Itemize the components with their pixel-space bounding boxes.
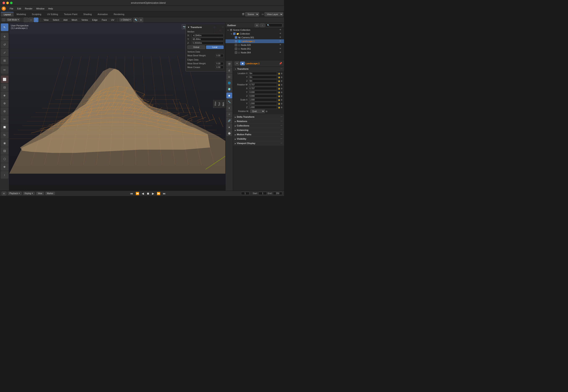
node020-visibility[interactable] [279, 43, 282, 46]
location-z-lock[interactable]: 🔒 [278, 80, 280, 82]
tab-rendering[interactable]: Rendering [111, 12, 127, 16]
poly-build-tool[interactable]: 🔲 [1, 123, 8, 131]
prop-tab-physics[interactable]: ⚛ [226, 112, 232, 117]
landscape-visibility[interactable] [279, 40, 282, 43]
playback-dropdown[interactable]: Playback ▼ [8, 192, 22, 195]
scene-collection-item[interactable]: 🎬 Scene Collection [226, 28, 284, 32]
viewport-canvas[interactable]: User Perspective (1) Landscape.1 X Y [9, 23, 225, 185]
face-select-mode[interactable]: □ [34, 18, 38, 22]
relations-header[interactable]: Relations ⋯ [233, 119, 284, 123]
location-x-input[interactable] [248, 72, 277, 75]
rotation-x-lock[interactable]: 🔒 [278, 87, 280, 90]
uv-menu[interactable]: UV [109, 18, 116, 22]
rotation-z-keyframe[interactable] [281, 95, 282, 97]
scale-z-keyframe[interactable] [281, 107, 282, 108]
rotation-y-input[interactable] [248, 91, 277, 94]
tool-tab[interactable]: Tool [217, 100, 221, 108]
tab-texture-paint[interactable]: Texture Paint [61, 12, 80, 16]
rotation-w-keyframe[interactable] [281, 84, 282, 86]
mean-bevel-v-input[interactable] [215, 54, 224, 57]
prop-tab-scene[interactable]: 🌐 [226, 80, 232, 86]
delta-transform-header[interactable]: Delta Transform ⋯ [233, 115, 284, 119]
z-value-input[interactable] [191, 42, 224, 45]
prop-tab-output[interactable]: 🖨 [226, 68, 232, 73]
tab-animation[interactable]: Animation [95, 12, 111, 16]
end-frame-input[interactable] [273, 192, 282, 195]
scale-y-keyframe[interactable] [281, 103, 282, 104]
menu-edit[interactable]: Edit [15, 7, 23, 10]
viewport[interactable]: User Perspective (1) Landscape.1 X Y [9, 23, 225, 191]
rotate-tool[interactable]: ↺ [1, 41, 8, 48]
vertex-menu[interactable]: Vertex [80, 18, 90, 22]
tab-sculpting[interactable]: Sculpting [29, 12, 44, 16]
mode-select[interactable]: Edit Mode ▼ [6, 18, 20, 21]
view-layer-select[interactable]: View Layer [264, 12, 283, 16]
node020-item[interactable]: ⬡ Node.020 [226, 43, 284, 47]
marker-dropdown[interactable]: Marker [45, 192, 55, 195]
view-menu[interactable]: View [42, 18, 50, 22]
rotation-z-input[interactable] [248, 95, 277, 98]
menu-window[interactable]: Window [35, 7, 46, 10]
move-tool[interactable]: ✛ [1, 33, 8, 41]
tab-shading[interactable]: Shading [80, 12, 95, 16]
jump-end-btn[interactable]: ⏭ [162, 191, 167, 196]
item-tab[interactable]: Item [221, 100, 225, 108]
collection-checkbox[interactable] [233, 32, 236, 35]
current-frame-input[interactable] [241, 192, 249, 195]
bevel-tool[interactable]: ◈ [1, 92, 8, 99]
rotation-y-lock[interactable]: 🔒 [278, 91, 280, 93]
node051-checkbox[interactable] [235, 48, 237, 50]
minimize-button[interactable] [6, 2, 9, 4]
mean-crease-input[interactable] [215, 66, 224, 69]
rotation-z-lock[interactable]: 🔒 [278, 95, 280, 97]
face-menu[interactable]: Face [100, 18, 109, 22]
rotation-w-input[interactable] [248, 83, 277, 86]
stop-btn[interactable]: ⏹ [146, 191, 150, 196]
prop-tab-view-layer[interactable]: 🗂 [226, 74, 232, 80]
object-header-icon-btn[interactable]: ▼ [235, 62, 239, 65]
prop-tab-constraints[interactable]: 🔗 [226, 118, 232, 124]
mean-bevel-e-input[interactable] [215, 62, 224, 65]
close-button[interactable] [2, 2, 5, 4]
prop-tab-world[interactable]: 🌍 [226, 86, 232, 92]
menu-file[interactable]: File [8, 7, 15, 10]
prop-tab-object-data[interactable]: ▲ [226, 124, 232, 130]
menu-help[interactable]: Help [46, 7, 55, 10]
collections-header[interactable]: Collections ⋯ [233, 124, 284, 128]
scene-select[interactable]: Scene [245, 12, 259, 16]
landscape-checkbox[interactable] [235, 40, 237, 42]
offset-edge-loop[interactable]: ⊜ [1, 107, 8, 115]
tab-modeling[interactable]: Modeling [14, 12, 29, 16]
node064-checkbox[interactable] [235, 51, 237, 54]
fullscreen-button[interactable] [10, 2, 13, 4]
transform-space-select[interactable]: ⊕ Global ▼ [119, 18, 132, 21]
tab-uv-editing[interactable]: UV Editing [44, 12, 61, 16]
edge-slide[interactable]: ⬡ [1, 155, 8, 163]
location-x-lock[interactable]: 🔒 [278, 72, 280, 75]
mesh-menu[interactable]: Mesh [70, 18, 79, 22]
global-space-btn[interactable]: Global [187, 45, 205, 49]
collection-visibility[interactable] [279, 32, 282, 35]
viewport-display-header[interactable]: Viewport Display ⋯ [233, 141, 284, 145]
scale-x-input[interactable] [248, 98, 277, 101]
scale-tool[interactable]: ⤢ [1, 49, 8, 56]
scale-z-lock[interactable]: 🔒 [278, 106, 280, 109]
location-y-input[interactable] [248, 76, 277, 79]
transform-section-header[interactable]: Transform ⋯ [233, 67, 284, 71]
pin-button[interactable]: 📌 [278, 62, 282, 65]
instancing-header[interactable]: Instancing ⋯ [233, 128, 284, 132]
prop-tab-particles[interactable]: ✦ [226, 105, 232, 111]
node051-item[interactable]: ⬡ Node.051 [226, 47, 284, 51]
smooth-vertex[interactable]: ◉ [1, 139, 8, 147]
timeline-editor-type[interactable]: ⊞ [2, 192, 6, 195]
start-frame-input[interactable] [258, 192, 267, 195]
edge-menu[interactable]: Edge [90, 18, 99, 22]
outliner-search[interactable] [265, 23, 282, 27]
outliner-filter-btn[interactable]: ⊞ [255, 23, 259, 27]
edge-select-mode[interactable]: — [29, 18, 33, 22]
location-y-keyframe[interactable] [281, 76, 282, 78]
spin-tool[interactable]: ↻ [1, 131, 8, 139]
rotation-x-keyframe[interactable] [281, 88, 282, 89]
prev-keyframe-btn[interactable]: ⏪ [135, 191, 140, 196]
local-space-btn[interactable]: Local [206, 45, 224, 49]
